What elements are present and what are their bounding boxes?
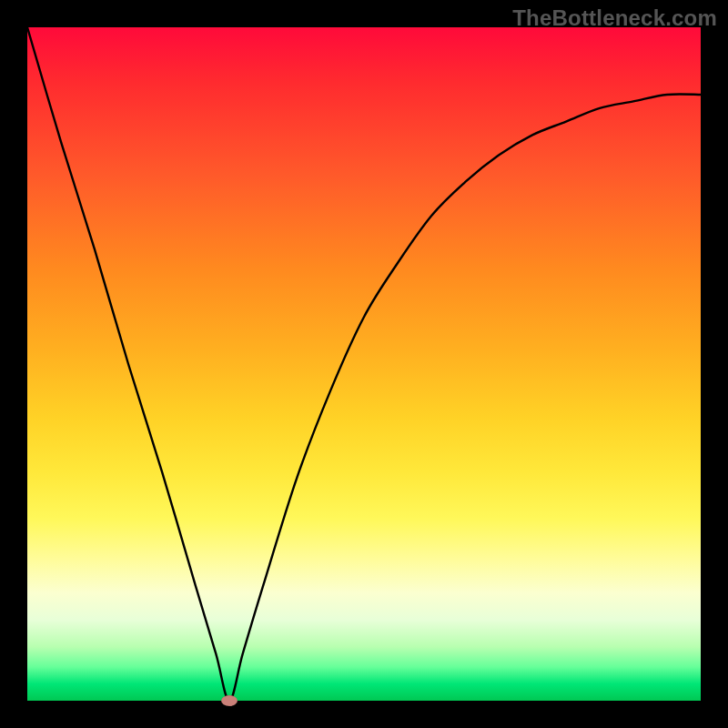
- watermark-text: TheBottleneck.com: [512, 5, 717, 31]
- chart-frame: TheBottleneck.com: [0, 0, 728, 728]
- plot-area: [27, 27, 701, 701]
- bottleneck-curve: [27, 27, 701, 701]
- minimum-marker: [221, 695, 238, 706]
